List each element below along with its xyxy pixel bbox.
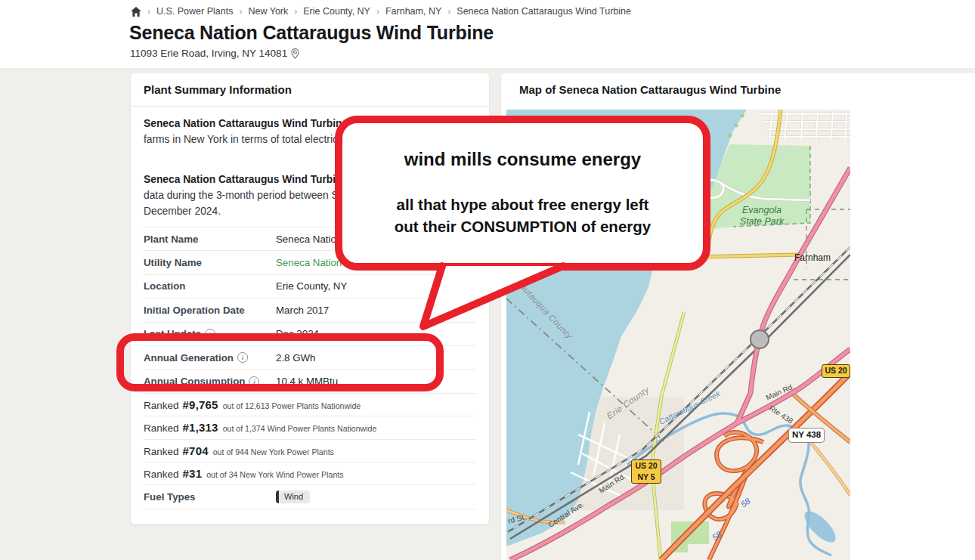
table-row-last-update: Last Update Dec 2024 (144, 323, 476, 346)
table-row-utility-name: Utility Name Seneca Nation of Indians (144, 251, 476, 274)
row-label: Fuel Types (144, 491, 276, 503)
breadcrumb-separator: › (294, 6, 297, 17)
table-row-annual-consumption: Annual Consumption 10.4 k MMBtu (144, 370, 476, 393)
breadcrumb-separator: › (239, 6, 242, 17)
fuel-type-badge: Wind (276, 490, 310, 503)
row-label: Last Update (144, 328, 276, 339)
row-value: Dec 2024 (276, 328, 319, 339)
rank-suffix: out of 944 New York Power Plants (213, 447, 334, 456)
home-icon[interactable] (131, 7, 141, 17)
plant-name-bold: Seneca Nation Cattaraugus Wind Turbine (144, 174, 348, 185)
info-icon[interactable] (205, 329, 215, 339)
breadcrumb-separator: › (147, 6, 150, 17)
info-icon[interactable] (249, 376, 259, 387)
divider (131, 106, 489, 107)
route-shield-us20: US 20 (822, 364, 850, 378)
plant-data-table: Plant Name Seneca Nation Cattaraugus Win… (144, 227, 476, 509)
row-value: Erie County, NY (276, 280, 347, 292)
row-value: Seneca Nation Cattaraugus Wind Turbine (276, 234, 461, 245)
rank-row-new-york-wind: Ranked #31 out of 34 New York Wind Power… (144, 463, 476, 485)
rank-row-wind-nationwide: Ranked #1,313 out of 1,374 Wind Power Pl… (144, 416, 476, 439)
row-value: 10.4 k MMBtu (276, 376, 338, 387)
route-shield-us20-ny5: US 20NY 5 (631, 459, 661, 484)
rank-prefix: Ranked (144, 469, 179, 480)
route-shield-ny438: NY 438 (788, 428, 825, 443)
summary-card-title: Plant Summary Information (144, 83, 292, 96)
table-row-location: Location Erie County, NY (144, 275, 476, 299)
rank-suffix: out of 34 New York Wind Power Plants (206, 470, 343, 479)
utility-link[interactable]: Seneca Nation of Indians (276, 257, 388, 268)
map-pin-icon[interactable] (291, 48, 299, 59)
table-row-plant-name: Plant Name Seneca Nation Cattaraugus Win… (144, 227, 476, 251)
breadcrumb-new-york[interactable]: New York (248, 6, 288, 17)
breadcrumb-current-page: Seneca Nation Cattaraugus Wind Turbine (457, 6, 631, 17)
row-label: Annual Generation (144, 352, 276, 364)
breadcrumb-separator: › (376, 6, 379, 17)
rank-row-new-york: Ranked #704 out of 944 New York Power Pl… (144, 440, 476, 463)
rank-prefix: Ranked (144, 400, 179, 411)
row-label: Initial Operation Date (144, 305, 276, 316)
row-value: March 2017 (276, 305, 329, 316)
row-label: Plant Name (144, 234, 276, 245)
plant-name-bold: Seneca Nation Cattaraugus Wind Turbine (144, 118, 348, 129)
rank-suffix: out of 12,613 Power Plants Nationwide (223, 401, 361, 410)
row-value: 2.8 GWh (276, 352, 315, 364)
table-row-annual-generation: Annual Generation 2.8 GWh (144, 346, 476, 370)
rank-suffix: out of 1,374 Wind Power Plants Nationwid… (223, 424, 377, 433)
address-text: 11093 Erie Road, Irving, NY 14081 (130, 48, 287, 59)
plant-location-marker (751, 330, 769, 348)
breadcrumb: › U.S. Power Plants › New York › Erie Co… (131, 4, 631, 19)
info-icon[interactable] (237, 352, 248, 363)
row-label: Annual Consumption (144, 376, 276, 387)
plant-summary-card: Plant Summary Information Seneca Nation … (131, 73, 489, 524)
breadcrumb-separator: › (447, 6, 450, 17)
map-viewport[interactable]: EvangolaState Park Farnham Erie County C… (506, 110, 850, 560)
breadcrumb-erie-county[interactable]: Erie County, NY (303, 6, 370, 17)
rank-prefix: Ranked (144, 422, 179, 434)
map-graphic (506, 110, 850, 560)
rank-prefix: Ranked (144, 446, 179, 457)
map-card: Map of Seneca Nation Cattaraugus Wind Tu… (501, 73, 975, 560)
row-label: Utility Name (144, 257, 276, 268)
summary-paragraph-2: Seneca Nation Cattaraugus Wind Turbine u… (144, 172, 479, 219)
page-title: Seneca Nation Cattaraugus Wind Turbine (129, 22, 494, 44)
plant-address: 11093 Erie Road, Irving, NY 14081 (130, 48, 299, 59)
rank-number: #1,313 (183, 421, 218, 434)
summary-paragraph-1: Seneca Nation Cattaraugus Wind Turbine i… (144, 116, 479, 147)
map-card-title: Map of Seneca Nation Cattaraugus Wind Tu… (519, 83, 781, 96)
table-row-fuel-types: Fuel Types Wind (144, 485, 476, 509)
rank-number: #9,765 (183, 398, 218, 411)
rank-number: #704 (183, 444, 209, 457)
rank-number: #31 (183, 467, 203, 480)
rank-row-nationwide: Ranked #9,765 out of 12,613 Power Plants… (144, 394, 476, 416)
row-label: Location (144, 280, 276, 292)
table-row-initial-operation-date: Initial Operation Date March 2017 (144, 299, 476, 322)
breadcrumb-farnham[interactable]: Farnham, NY (385, 6, 441, 17)
breadcrumb-us-power-plants[interactable]: U.S. Power Plants (156, 6, 233, 17)
